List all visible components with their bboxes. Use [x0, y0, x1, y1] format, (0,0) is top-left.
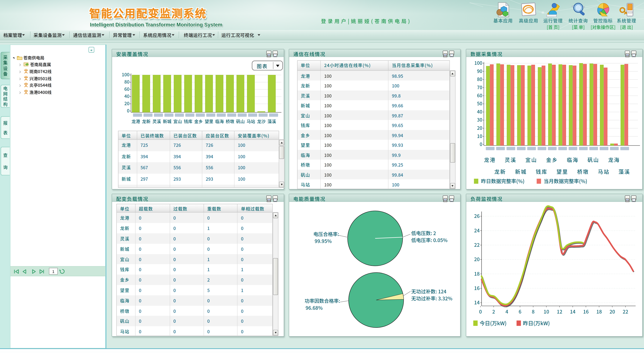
- svg-text:96.68%: 96.68%: [306, 304, 322, 311]
- svg-text:钱库: 钱库: [184, 118, 192, 124]
- svg-text:灵溪: 灵溪: [504, 156, 516, 163]
- svg-text:当月数据完整率(%): 当月数据完整率(%): [544, 177, 587, 185]
- svg-text:矾山: 矾山: [587, 156, 599, 163]
- svg-text:60: 60: [124, 85, 129, 92]
- svg-text:藻溪: 藻溪: [618, 168, 630, 175]
- svg-text:金乡: 金乡: [194, 118, 203, 124]
- svg-text:20: 20: [474, 256, 480, 263]
- svg-text:100: 100: [474, 59, 482, 66]
- svg-text:龙港: 龙港: [131, 118, 140, 124]
- svg-text:12: 12: [557, 308, 562, 315]
- svg-text:灵溪: 灵溪: [152, 118, 161, 124]
- svg-text:龙新: 龙新: [494, 168, 506, 175]
- svg-text:70: 70: [477, 84, 482, 90]
- svg-text:4: 4: [505, 308, 508, 315]
- svg-text:10: 10: [544, 308, 549, 315]
- svg-text:龙新: 龙新: [142, 118, 150, 124]
- svg-text:80: 80: [124, 78, 129, 85]
- svg-text:金乡: 金乡: [546, 156, 558, 163]
- svg-text:50: 50: [477, 100, 482, 107]
- svg-text:龙沙: 龙沙: [257, 118, 266, 124]
- svg-text:望里: 望里: [204, 118, 213, 124]
- svg-text:22: 22: [474, 241, 480, 248]
- svg-text:宜山: 宜山: [173, 118, 182, 124]
- svg-text:30: 30: [477, 116, 482, 123]
- svg-text:22: 22: [622, 308, 628, 315]
- svg-text:18: 18: [596, 308, 602, 315]
- svg-text:今日(万kW): 今日(万kW): [480, 319, 506, 327]
- svg-text:40: 40: [477, 108, 482, 115]
- svg-text:6: 6: [518, 308, 521, 315]
- svg-text:20: 20: [609, 308, 615, 315]
- svg-text:临海: 临海: [566, 156, 578, 163]
- svg-text:昨日数据完整率(%): 昨日数据完整率(%): [481, 177, 524, 185]
- svg-text:2: 2: [492, 308, 495, 315]
- svg-text:0: 0: [480, 141, 482, 147]
- svg-text:新城: 新城: [515, 168, 527, 175]
- svg-text:藻溪: 藻溪: [267, 118, 276, 124]
- svg-text:16: 16: [583, 308, 588, 315]
- svg-text:无功过补数: 124: 无功过补数: 124: [411, 288, 446, 295]
- svg-text:宜山: 宜山: [525, 156, 537, 163]
- svg-text:新城: 新城: [162, 118, 171, 124]
- svg-text:14: 14: [570, 308, 575, 315]
- svg-text:桥墩: 桥墩: [577, 168, 589, 175]
- svg-text:龙港: 龙港: [484, 156, 496, 163]
- svg-text:低电压数: 2: 低电压数: 2: [411, 229, 436, 236]
- svg-text:马站: 马站: [598, 168, 610, 175]
- svg-text:低电压率: 0.05%: 低电压率: 0.05%: [411, 236, 448, 243]
- svg-text:20: 20: [124, 100, 129, 107]
- svg-text:桥墩: 桥墩: [226, 118, 234, 124]
- svg-text:99.95%: 99.95%: [314, 237, 332, 244]
- svg-text:昨日(万kW): 昨日(万kW): [523, 319, 550, 327]
- svg-text:80: 80: [477, 76, 482, 82]
- svg-text:无功过补率: 3.32%: 无功过补率: 3.32%: [411, 295, 452, 302]
- svg-text:16: 16: [474, 284, 480, 291]
- svg-text:90: 90: [477, 67, 482, 74]
- svg-text:14: 14: [474, 299, 480, 306]
- svg-text:0: 0: [127, 107, 129, 114]
- svg-text:临海: 临海: [215, 118, 224, 124]
- svg-text:0: 0: [479, 308, 482, 315]
- svg-text:100: 100: [122, 71, 130, 78]
- svg-text:钱库: 钱库: [536, 168, 547, 175]
- svg-text:马站: 马站: [246, 118, 255, 124]
- svg-text:10: 10: [477, 132, 482, 139]
- svg-text:龙海: 龙海: [608, 156, 620, 163]
- svg-text:18: 18: [474, 270, 480, 277]
- svg-text:矾山: 矾山: [236, 118, 244, 124]
- svg-text:40: 40: [124, 93, 129, 99]
- svg-text:望里: 望里: [556, 168, 568, 175]
- svg-text:24: 24: [474, 227, 480, 234]
- svg-text:26: 26: [474, 212, 480, 219]
- svg-text:电压合格率:: 电压合格率:: [313, 230, 339, 237]
- svg-text:8: 8: [532, 308, 534, 315]
- svg-text:20: 20: [477, 124, 482, 131]
- svg-text:60: 60: [477, 92, 482, 99]
- svg-text:功率因数合格率:: 功率因数合格率:: [304, 297, 340, 304]
